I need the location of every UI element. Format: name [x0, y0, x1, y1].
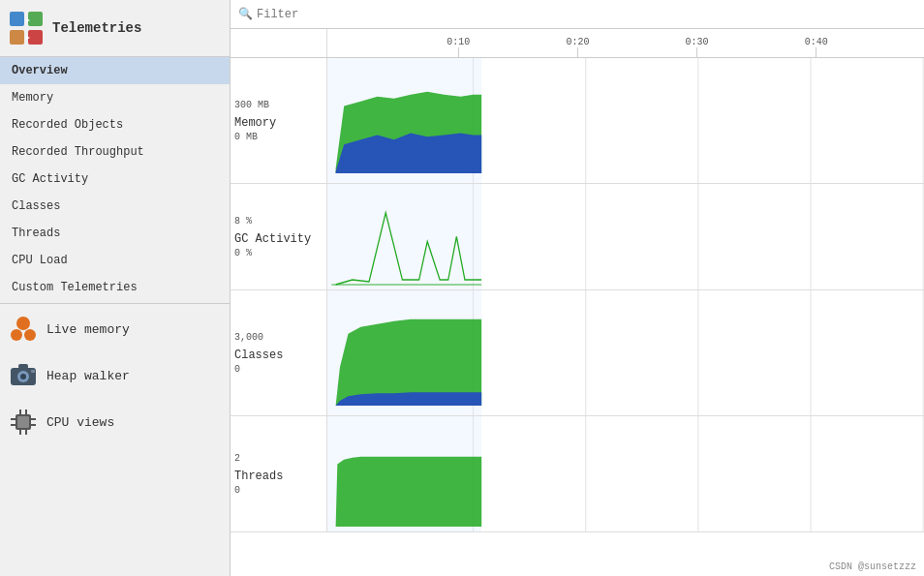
timeline-tick-label-0: 0:10 — [447, 37, 470, 47]
timeline-tick-label-2: 0:30 — [686, 37, 709, 47]
timeline-tick-3: 0:40 — [805, 29, 828, 57]
svg-rect-20 — [11, 418, 15, 420]
svg-rect-15 — [17, 416, 29, 428]
chart-gc-y-max: 8 % — [234, 216, 252, 227]
svg-marker-53 — [336, 457, 482, 527]
timeline-tick-label-1: 0:20 — [566, 37, 589, 47]
svg-rect-2 — [10, 30, 24, 45]
sidebar-item-cpu-load[interactable]: CPU Load — [0, 247, 230, 274]
svg-rect-17 — [25, 409, 27, 414]
svg-rect-18 — [19, 430, 21, 435]
sidebar-item-gc-activity[interactable]: GC Activity — [0, 166, 230, 193]
sidebar-item-recorded-throughput[interactable]: Recorded Throughput — [0, 138, 230, 166]
svg-point-6 — [16, 317, 30, 330]
timeline-tick-2: 0:30 — [686, 29, 709, 57]
chart-memory-y-min: 0 MB — [234, 132, 258, 142]
chart-gc-svg — [327, 184, 924, 289]
svg-rect-12 — [18, 364, 28, 369]
sidebar-section-cpu-views[interactable]: CPU views — [0, 399, 230, 445]
svg-rect-3 — [28, 30, 43, 45]
heap-walker-icon — [8, 360, 39, 391]
svg-rect-0 — [10, 12, 24, 26]
sidebar-item-custom-telemetries[interactable]: Custom Telemetries — [0, 274, 230, 301]
charts-area[interactable]: 300 MB Memory 0 MB — [231, 58, 924, 576]
chart-memory-y-max: 300 MB — [234, 100, 269, 110]
chart-memory-label-col: 300 MB Memory 0 MB — [231, 58, 327, 183]
chart-gc-name: GC Activity — [234, 232, 323, 246]
live-memory-label: Live memory — [46, 322, 130, 337]
chart-threads-svg — [327, 416, 924, 531]
timeline-tick-line-2 — [696, 47, 697, 57]
timeline-header: 0:100:200:300:40 — [231, 29, 924, 58]
svg-rect-1 — [28, 12, 43, 26]
chart-threads-label-col: 2 Threads 0 — [231, 416, 327, 531]
search-icon: 🔍 — [238, 7, 253, 21]
svg-rect-37 — [327, 184, 481, 289]
svg-point-8 — [24, 329, 36, 341]
filter-input[interactable] — [257, 8, 916, 21]
timeline-tick-1: 0:20 — [566, 29, 589, 57]
sidebar-title: Telemetries — [52, 20, 141, 36]
timeline-spacer — [231, 29, 327, 57]
live-memory-icon — [8, 314, 39, 345]
sidebar-item-threads[interactable]: Threads — [0, 220, 230, 247]
chart-threads-y-max: 2 — [234, 453, 240, 464]
telemetries-icon — [8, 10, 45, 46]
chart-classes-label-col: 3,000 Classes 0 — [231, 290, 327, 415]
chart-threads-plot — [327, 416, 924, 531]
sidebar-item-classes[interactable]: Classes — [0, 193, 230, 220]
chart-classes: 3,000 Classes 0 — [231, 290, 924, 416]
footer-watermark: CSDN @sunsetzzz — [829, 561, 916, 572]
sidebar-header: Telemetries — [0, 0, 230, 57]
sidebar-item-recorded-objects[interactable]: Recorded Objects — [0, 111, 230, 138]
timeline-tick-line-1 — [577, 47, 578, 57]
sidebar-section-live-memory[interactable]: Live memory — [0, 306, 230, 352]
chart-classes-y-max: 3,000 — [234, 332, 263, 343]
svg-rect-13 — [31, 370, 35, 373]
timeline-tick-line-0 — [458, 47, 459, 57]
chart-memory-name: Memory — [234, 116, 323, 130]
cpu-views-label: CPU views — [46, 415, 114, 430]
svg-rect-22 — [31, 418, 36, 420]
chart-memory: 300 MB Memory 0 MB — [231, 58, 924, 184]
chart-threads-name: Threads — [234, 470, 323, 483]
timeline-ticks: 0:100:200:300:40 — [327, 29, 924, 57]
chart-threads-y-min: 0 — [234, 485, 240, 496]
chart-gc-label-col: 8 % GC Activity 0 % — [231, 184, 327, 289]
sidebar-section-heap-walker[interactable]: Heap walker — [0, 352, 230, 399]
svg-point-7 — [11, 329, 22, 341]
chart-classes-plot — [327, 290, 924, 415]
cpu-views-icon — [8, 407, 39, 438]
svg-rect-23 — [31, 424, 36, 426]
chart-gc-activity: 8 % GC Activity 0 % — [231, 184, 924, 290]
sidebar-divider-1 — [0, 303, 230, 304]
chart-gc-y-min: 0 % — [234, 248, 252, 258]
svg-rect-21 — [11, 424, 15, 426]
heap-walker-label: Heap walker — [46, 369, 130, 383]
timeline-tick-0: 0:10 — [447, 29, 470, 57]
sidebar-item-overview[interactable]: Overview — [0, 57, 230, 84]
chart-classes-name: Classes — [234, 349, 323, 362]
sidebar: Telemetries Overview Memory Recorded Obj… — [0, 0, 231, 576]
chart-memory-plot — [327, 58, 924, 183]
svg-rect-19 — [25, 430, 27, 435]
chart-gc-plot — [327, 184, 924, 289]
filter-bar: 🔍 — [231, 0, 924, 29]
timeline-tick-line-3 — [816, 47, 816, 57]
main-content: 🔍 0:100:200:300:40 300 MB Memory 0 MB — [231, 0, 924, 576]
chart-classes-svg — [327, 290, 924, 415]
svg-rect-16 — [19, 409, 21, 414]
chart-memory-svg — [327, 58, 924, 183]
svg-point-11 — [20, 374, 26, 379]
chart-classes-y-min: 0 — [234, 364, 240, 375]
sidebar-item-memory[interactable]: Memory — [0, 84, 230, 111]
chart-threads: 2 Threads 0 — [231, 416, 924, 532]
timeline-tick-label-3: 0:40 — [805, 37, 828, 47]
